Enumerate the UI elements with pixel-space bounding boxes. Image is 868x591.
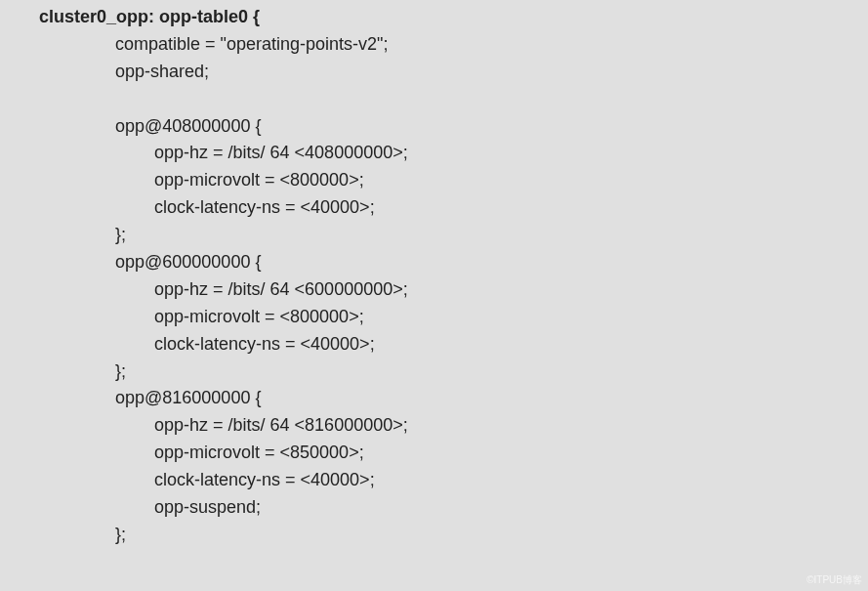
code-line-header: cluster0_opp: opp-table0 { <box>0 4 868 31</box>
code-block: cluster0_opp: opp-table0 { compatible = … <box>0 0 868 561</box>
code-line: compatible = "operating-points-v2"; <box>0 31 868 59</box>
code-line: }; <box>0 359 868 386</box>
code-line: }; <box>0 222 868 249</box>
code-line: opp@600000000 { <box>0 249 868 276</box>
code-line-blank <box>0 86 868 113</box>
code-line: opp-hz = /bits/ 64 <408000000>; <box>0 140 868 167</box>
code-line: opp-microvolt = <850000>; <box>0 440 868 467</box>
code-line: opp-shared; <box>0 59 868 86</box>
code-line: clock-latency-ns = <40000>; <box>0 467 868 494</box>
code-line: opp-hz = /bits/ 64 <600000000>; <box>0 276 868 304</box>
code-line: opp-microvolt = <800000>; <box>0 304 868 331</box>
watermark: ©ITPUB博客 <box>806 573 862 587</box>
code-line: opp-hz = /bits/ 64 <816000000>; <box>0 412 868 440</box>
code-line: opp-suspend; <box>0 494 868 522</box>
code-line: opp@408000000 { <box>0 113 868 141</box>
code-line: opp@816000000 { <box>0 385 868 412</box>
code-line: }; <box>0 522 868 549</box>
code-line: clock-latency-ns = <40000>; <box>0 194 868 222</box>
code-line: clock-latency-ns = <40000>; <box>0 331 868 359</box>
code-line: opp-microvolt = <800000>; <box>0 167 868 194</box>
